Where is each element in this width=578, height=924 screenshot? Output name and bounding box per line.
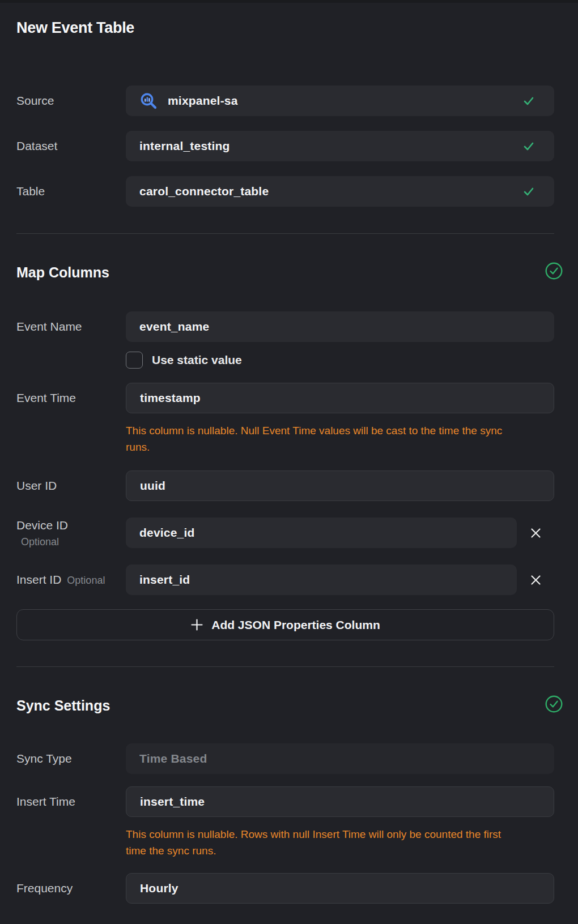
user-id-label: User ID (16, 478, 126, 493)
device-id-row: Device ID Optional device_id (16, 517, 554, 548)
table-value: carol_connector_table (139, 185, 269, 198)
use-static-value-checkbox[interactable] (126, 352, 143, 369)
frequency-field[interactable]: Hourly (126, 873, 554, 904)
user-id-row: User ID uuid (16, 470, 554, 501)
event-time-field[interactable]: timestamp (126, 383, 554, 413)
frequency-value: Hourly (140, 882, 178, 895)
add-json-properties-column-label: Add JSON Properties Column (211, 618, 380, 632)
event-name-value: event_name (139, 320, 209, 333)
device-id-field[interactable]: device_id (126, 517, 517, 548)
remove-device-id-button[interactable] (526, 523, 545, 542)
bigquery-source-icon (139, 92, 158, 110)
close-icon (530, 527, 542, 539)
source-row: Source mixpanel-sa (16, 85, 554, 116)
section-divider (16, 233, 554, 234)
page-title: New Event Table (16, 18, 554, 38)
user-id-value: uuid (140, 479, 165, 493)
insert-id-row: Insert ID Optional insert_id (16, 564, 554, 595)
event-time-label: Event Time (16, 391, 126, 405)
table-row: Table carol_connector_table (16, 176, 554, 207)
source-field[interactable]: mixpanel-sa (126, 85, 554, 116)
insert-time-label: Insert Time (16, 794, 126, 809)
sync-settings-complete-check-circle-icon (545, 695, 563, 715)
source-value: mixpanel-sa (168, 94, 238, 108)
dataset-valid-check-icon (522, 140, 535, 152)
plus-icon (190, 618, 203, 631)
insert-time-nullable-warning: This column is nullable. Rows with null … (126, 826, 524, 859)
dataset-value: internal_testing (139, 139, 230, 153)
remove-insert-id-button[interactable] (526, 570, 545, 589)
insert-id-label: Insert ID (16, 572, 61, 587)
frequency-label: Frequency (16, 881, 126, 896)
insert-time-value: insert_time (140, 795, 205, 808)
use-static-value-label: Use static value (152, 353, 242, 367)
sync-type-label: Sync Type (16, 751, 126, 766)
sync-settings-title: Sync Settings (16, 698, 110, 713)
insert-id-value: insert_id (139, 573, 190, 587)
map-columns-title: Map Columns (16, 264, 109, 280)
insert-id-field[interactable]: insert_id (126, 564, 517, 595)
insert-time-row: Insert Time insert_time (16, 786, 554, 817)
sync-type-row: Sync Type Time Based (16, 743, 554, 774)
sync-type-value: Time Based (139, 752, 207, 765)
event-name-label: Event Name (16, 319, 126, 334)
dataset-label: Dataset (16, 139, 126, 153)
device-id-value: device_id (139, 526, 195, 540)
table-label: Table (16, 184, 126, 199)
section-divider (16, 666, 554, 667)
new-event-table-form: New Event Table Source mixpanel-sa (0, 18, 578, 904)
event-name-row: Event Name event_name (16, 311, 554, 342)
device-id-label: Device ID (16, 518, 126, 533)
insert-time-field[interactable]: insert_time (126, 786, 554, 817)
map-columns-header: Map Columns (16, 262, 563, 282)
event-time-row: Event Time timestamp (16, 383, 554, 413)
table-field[interactable]: carol_connector_table (126, 176, 554, 207)
user-id-field[interactable]: uuid (126, 470, 554, 501)
source-valid-check-icon (522, 95, 535, 107)
device-id-optional-note: Optional (16, 536, 126, 548)
close-icon (530, 574, 542, 586)
sync-type-field[interactable]: Time Based (126, 743, 554, 774)
add-json-properties-column-button[interactable]: Add JSON Properties Column (16, 609, 554, 640)
use-static-value-row: Use static value (126, 352, 554, 369)
map-columns-complete-check-circle-icon (545, 262, 563, 282)
window-top-edge (0, 0, 578, 3)
sync-settings-header: Sync Settings (16, 695, 563, 715)
source-label: Source (16, 93, 126, 108)
table-valid-check-icon (522, 185, 535, 198)
event-time-value: timestamp (140, 391, 201, 405)
dataset-field[interactable]: internal_testing (126, 131, 554, 161)
insert-id-optional-note: Optional (67, 574, 105, 587)
frequency-row: Frequency Hourly (16, 873, 554, 904)
event-time-nullable-warning: This column is nullable. Null Event Time… (126, 422, 524, 455)
dataset-row: Dataset internal_testing (16, 131, 554, 161)
event-name-field[interactable]: event_name (126, 311, 554, 342)
